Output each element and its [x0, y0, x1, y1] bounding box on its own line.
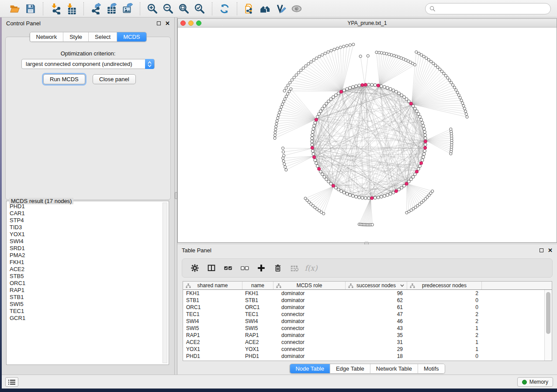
network-node[interactable] [417, 168, 420, 171]
dominator-node[interactable] [415, 170, 419, 173]
network-node[interactable] [374, 196, 377, 199]
cell-successor_nodes[interactable]: 46 [346, 318, 407, 325]
network-node[interactable] [453, 86, 456, 89]
cell-name[interactable]: TEC1 [242, 311, 273, 318]
network-node[interactable] [319, 110, 322, 113]
network-node[interactable] [459, 96, 461, 99]
column-header-predecessor-nodes[interactable]: predecessor nodes [407, 282, 482, 289]
cell-predecessor_nodes[interactable]: 0 [407, 297, 482, 304]
network-node[interactable] [327, 51, 329, 53]
network-node[interactable] [422, 156, 425, 159]
mcds-result-item[interactable]: RAP1 [8, 287, 162, 294]
network-node[interactable] [377, 196, 380, 199]
dominator-node[interactable] [370, 196, 374, 199]
network-node[interactable] [277, 117, 279, 119]
network-node[interactable] [448, 79, 451, 82]
cell-mcds_role[interactable]: dominator [273, 318, 346, 325]
network-node[interactable] [280, 106, 283, 108]
network-node[interactable] [370, 83, 374, 86]
split-columns-button[interactable] [204, 261, 219, 275]
network-node[interactable] [349, 86, 352, 89]
network-node[interactable] [420, 54, 423, 56]
cell-shared_name[interactable]: ACE2 [183, 339, 242, 346]
mcds-result-list[interactable]: PHD1CAR1STP4TID3YOX1SWI4SRD1PMA2FKH1ACE2… [8, 203, 162, 363]
cell-predecessor_nodes[interactable]: 0 [407, 353, 482, 360]
column-header-name[interactable]: name [242, 282, 273, 289]
network-node[interactable] [367, 83, 370, 86]
open-file-button[interactable] [7, 2, 23, 15]
network-node[interactable] [420, 118, 423, 121]
network-node[interactable] [352, 86, 355, 89]
network-node[interactable] [374, 83, 377, 86]
cell-predecessor_nodes[interactable]: 1 [407, 325, 482, 332]
network-node[interactable] [315, 162, 318, 165]
network-node[interactable] [461, 102, 464, 104]
dominator-node[interactable] [420, 162, 423, 165]
network-node[interactable] [346, 45, 348, 47]
network-node[interactable] [352, 195, 355, 198]
network-node[interactable] [423, 131, 426, 134]
network-node[interactable] [284, 165, 287, 168]
network-node[interactable] [282, 100, 285, 103]
mcds-result-item[interactable]: STB5 [8, 273, 162, 280]
network-node[interactable] [400, 94, 403, 97]
network-node[interactable] [343, 191, 346, 194]
optimization-criterion-select[interactable]: largest connected component (undirected) [21, 59, 155, 69]
network-node[interactable] [415, 110, 419, 113]
network-node[interactable] [463, 107, 466, 110]
network-node[interactable] [333, 48, 336, 51]
cell-name[interactable]: ORC1 [242, 304, 273, 311]
mcds-result-item[interactable]: STB1 [8, 294, 162, 301]
network-node[interactable] [289, 81, 291, 84]
network-node[interactable] [321, 107, 324, 110]
export-table-button[interactable] [104, 2, 120, 15]
network-node[interactable] [329, 98, 332, 101]
network-node[interactable] [431, 190, 434, 193]
network-node[interactable] [311, 143, 314, 146]
search-box[interactable] [425, 3, 551, 14]
network-node[interactable] [337, 92, 340, 95]
dominator-node[interactable] [361, 83, 364, 86]
network-node[interactable] [352, 43, 355, 46]
network-node[interactable] [273, 137, 276, 139]
cell-shared_name[interactable]: ORC1 [183, 304, 242, 311]
dominator-node[interactable] [332, 184, 335, 187]
network-node[interactable] [358, 196, 361, 199]
network-node[interactable] [386, 86, 389, 89]
network-node[interactable] [316, 165, 319, 168]
cell-shared_name[interactable]: YOX1 [183, 346, 242, 353]
cell-successor_nodes[interactable]: 43 [346, 325, 407, 332]
cell-successor_nodes[interactable]: 31 [346, 339, 407, 346]
network-node[interactable] [302, 67, 304, 69]
cell-successor_nodes[interactable]: 18 [346, 353, 407, 360]
network-node[interactable] [440, 70, 443, 72]
network-node[interactable] [314, 121, 317, 124]
network-node[interactable] [455, 89, 457, 91]
network-node[interactable] [349, 44, 351, 46]
network-node[interactable] [312, 127, 315, 131]
cell-mcds_role[interactable]: connector [273, 346, 346, 353]
network-node[interactable] [318, 55, 321, 58]
close-table-panel-icon[interactable]: ✕ [548, 248, 553, 253]
network-node[interactable] [410, 178, 413, 181]
cell-name[interactable]: RAP1 [242, 332, 273, 339]
mcds-result-item[interactable]: TID3 [8, 224, 162, 231]
mcds-result-item[interactable]: SWI4 [8, 238, 162, 245]
run-mcds-button[interactable]: Run MCDS [43, 74, 85, 84]
network-node[interactable] [367, 55, 369, 57]
table-row[interactable]: ACE2ACE2connector311 [183, 339, 552, 346]
network-node[interactable] [430, 60, 432, 63]
network-node[interactable] [307, 62, 310, 65]
cell-mcds_role[interactable]: dominator [273, 304, 346, 311]
network-node[interactable] [327, 100, 330, 103]
network-node[interactable] [283, 163, 286, 165]
cell-mcds_role[interactable]: connector [273, 325, 346, 332]
network-node[interactable] [371, 224, 374, 226]
network-node[interactable] [314, 159, 317, 162]
network-node[interactable] [282, 157, 284, 159]
network-node[interactable] [291, 79, 293, 81]
network-node[interactable] [359, 55, 362, 58]
table-row[interactable]: TEC1TEC1connector472 [183, 311, 552, 318]
cell-mcds_role[interactable]: connector [273, 339, 346, 346]
network-node[interactable] [311, 134, 314, 137]
